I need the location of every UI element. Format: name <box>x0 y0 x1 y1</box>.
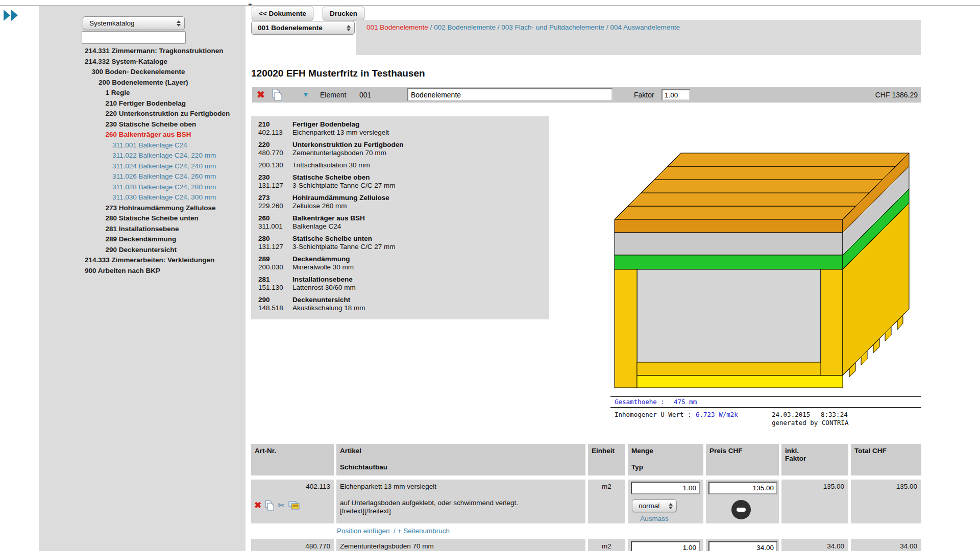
delete-position-icon[interactable]: ✖ <box>254 501 261 510</box>
typ-select-value: normal <box>639 502 659 510</box>
breadcrumb-item[interactable]: 003 Flach- und Pultdachelemente <box>501 23 604 31</box>
delete-element-icon[interactable]: ✖ <box>257 90 265 99</box>
breadcrumb-separator: / <box>496 23 501 31</box>
faktor-label: Faktor <box>634 91 654 99</box>
breadcrumb-item[interactable]: 004 Auswandelemente <box>610 23 680 31</box>
element-name-input[interactable] <box>407 88 612 101</box>
cut-position-icon[interactable]: ✂ <box>278 500 284 510</box>
element-label: Element <box>320 91 346 99</box>
catalog-type-select-value: Systemkatalog <box>89 19 135 27</box>
art-nr-value: 402.113 <box>251 480 334 490</box>
layer-list: 210Fertiger Bodenbelag402.113Eichenparke… <box>251 116 549 319</box>
header-einheit: Einheit <box>588 444 625 475</box>
total-height-row: Gesamthoehe : 475 mm <box>610 396 921 408</box>
faktor-input[interactable] <box>662 89 690 101</box>
element-collapse-icon[interactable]: ▼ <box>302 90 309 98</box>
breadcrumb-separator: / <box>604 23 610 31</box>
preis-input[interactable] <box>708 482 777 494</box>
cell-preis <box>706 480 779 523</box>
total-height-value: 475 mm <box>674 397 697 407</box>
header-inkl-faktor: inkl. Faktor <box>781 444 848 475</box>
copy-position-icon[interactable] <box>265 500 274 511</box>
position-insert-link[interactable]: Position einfügen <box>337 527 390 535</box>
artikel-note: auf Unterlagsboden aufgeklebt, oder schw… <box>340 499 518 507</box>
insert-links-row: Position einfügen / + Seitenumbruch <box>251 527 921 537</box>
catalog-sidebar: Systemkatalog 214.331 Zimmermann: Tragko… <box>39 6 246 551</box>
positions-table: Art-Nr. Artikel Schichtaufbau Einheit Me… <box>251 444 921 551</box>
select-stepper-icon <box>669 503 673 509</box>
layer-row: 220Unterkonstruktion zu Fertigboden480.7… <box>258 141 549 157</box>
position-row: 480.770 Zementunterlagsboden 70 mm m2 34… <box>251 539 921 551</box>
documents-back-button[interactable]: << Dokumente <box>252 7 313 20</box>
cell-total: 34.00 <box>851 539 921 551</box>
breadcrumb-item[interactable]: 001 Bodenelemente <box>366 23 428 31</box>
breadcrumb-item[interactable]: 002 Bodenelemente <box>434 23 496 31</box>
layer-row: 230Statische Scheibe oben131.1273-Schich… <box>258 173 549 190</box>
header-menge: Menge Typ <box>628 444 703 475</box>
layer-row: 260Balkenträger aus BSH311.001Balkenlage… <box>258 214 549 231</box>
tree-item[interactable]: 214.332 System-Kataloge <box>78 57 284 67</box>
copy-element-icon[interactable] <box>272 89 282 101</box>
element-select-value: 001 Bodenelemente <box>258 24 323 32</box>
header-preis: Preis CHF <box>706 444 779 475</box>
catalog-type-select[interactable]: Systemkatalog <box>83 16 185 30</box>
generated-by: generated by CONTRIA <box>772 419 849 427</box>
header-total: Total CHF <box>851 444 921 475</box>
layer-row: 200.130Trittschallisolation 30 mm <box>258 161 549 169</box>
print-button[interactable]: Drucken <box>323 7 364 20</box>
cell-menge: normal Ausmass <box>628 480 703 523</box>
plus-mark: + <box>248 1 252 8</box>
window-top-divider <box>0 5 980 6</box>
art-nr-value: 480.770 <box>251 539 334 550</box>
cell-artikel: Eichenparkett 13 mm versiegelt auf Unter… <box>336 480 585 523</box>
ausmass-link[interactable]: Ausmass <box>632 515 677 522</box>
image-position-icon[interactable] <box>288 501 300 510</box>
element-header-bar: ✖ ▼ Element 001 Faktor CHF 1386.29 <box>252 87 921 103</box>
element-number: 001 <box>359 91 371 99</box>
sidebar-expand-chevrons-icon[interactable] <box>2 8 21 22</box>
table-header-row: Art-Nr. Artikel Schichtaufbau Einheit Me… <box>251 444 921 475</box>
cell-menge <box>628 539 703 551</box>
total-height-label: Gesamthoehe : <box>615 397 665 407</box>
element-tabs-bar: 001 Bodenelemente / 002 Bodenelemente / … <box>356 20 921 55</box>
page-title: 120020 EFH Musterfritz in Testhausen <box>251 68 425 79</box>
generated-date: 24.03.2015 <box>772 410 810 419</box>
artikel-freitext: [freitext][/freitext] <box>340 507 391 515</box>
pagebreak-link[interactable]: / + Seitenumbruch <box>394 527 450 535</box>
layer-row: 281Installationsebene151.130Lattenrost 3… <box>258 276 549 292</box>
construction-preview-panel: Gesamthoehe : 475 mm Inhomogener U-Wert … <box>610 116 921 432</box>
header-schichtaufbau: Schichtaufbau <box>340 463 387 471</box>
layer-row: 289Deckendämmung200.030Mineralwolle 30 m… <box>258 255 549 271</box>
cell-inkl-faktor: 34.00 <box>781 539 848 551</box>
select-stepper-icon <box>347 25 351 31</box>
menge-input[interactable] <box>631 541 700 551</box>
u-value-label: Inhomogener U-Wert : <box>615 410 692 419</box>
einheit-value: m2 <box>588 480 625 490</box>
calc-lock-icon[interactable] <box>731 500 751 519</box>
tree-item[interactable]: 214.331 Zimmermann: Tragkonstruktionen <box>78 46 284 57</box>
element-select[interactable]: 001 Bodenelemente <box>251 21 355 35</box>
cell-inkl-faktor: 135.00 <box>781 480 848 523</box>
select-stepper-icon <box>177 20 181 27</box>
cell-art-nr: 480.770 <box>251 539 334 551</box>
menge-input[interactable] <box>631 482 700 494</box>
layer-row: 280Statische Scheibe unten131.1273-Schic… <box>258 235 549 251</box>
generated-time: 8:33:24 <box>821 410 848 419</box>
element-total-chf: CHF 1386.29 <box>875 91 918 99</box>
layer-row: 273Hohlraumdämmung Zellulose229.260Zellu… <box>258 194 549 210</box>
cell-einheit: m2 <box>588 480 625 523</box>
typ-select[interactable]: normal <box>632 499 677 512</box>
header-art-nr: Art-Nr. <box>251 444 334 475</box>
catalog-search-input[interactable] <box>82 31 186 44</box>
layer-row: 290Deckenuntersicht148.518Akustikschalun… <box>258 296 549 312</box>
header-artikel: Artikel Schichtaufbau <box>336 444 585 475</box>
cell-preis <box>706 539 779 551</box>
cell-total: 135.00 <box>851 480 921 523</box>
breadcrumb-separator: / <box>428 23 434 31</box>
preis-input[interactable] <box>708 541 777 551</box>
einheit-value: m2 <box>588 539 625 550</box>
cell-art-nr: 402.113 ✖ ✂ <box>251 480 334 523</box>
u-value-value: 6.723 W/m2k <box>696 410 738 419</box>
cell-einheit: m2 <box>588 539 625 551</box>
cell-artikel: Zementunterlagsboden 70 mm <box>336 539 585 551</box>
